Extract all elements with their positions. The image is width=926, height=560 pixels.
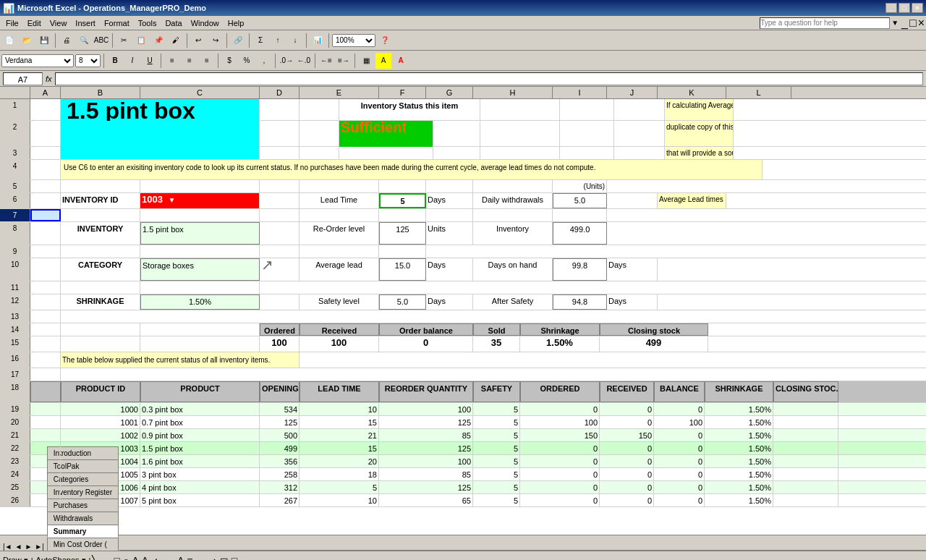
formula-input[interactable] [55, 72, 923, 85]
cell-a8[interactable] [30, 222, 61, 245]
cell-j2[interactable] [614, 121, 665, 146]
cell-reorder-21[interactable]: 85 [379, 429, 473, 441]
draw-label[interactable]: Draw ▾ [0, 556, 31, 560]
cell-ordered-header[interactable]: Ordered [260, 323, 300, 336]
col-header-h[interactable]: H [473, 87, 553, 98]
cell-lead-25[interactable]: 5 [300, 481, 379, 493]
cell-id-25[interactable]: 1006 [61, 481, 140, 493]
cell-k6[interactable]: Average Lead times are ca [658, 193, 726, 208]
cell-d5[interactable] [260, 180, 300, 192]
cell-a15[interactable] [30, 336, 61, 352]
cell-lead-23[interactable]: 20 [300, 455, 379, 467]
cell-avglead-days[interactable]: Days [426, 258, 473, 281]
cell-safety-26[interactable]: 5 [473, 494, 520, 506]
cell-a10[interactable] [30, 258, 61, 281]
cell-received-header[interactable]: Received [300, 323, 379, 336]
cell-shrinkage-bigtable-header[interactable]: SHRINKAGE [705, 381, 773, 402]
cell-c5[interactable] [140, 180, 260, 192]
tab-min-cost-order-([interactable]: Min Cost Order ( [47, 538, 119, 551]
cell-f3[interactable] [339, 147, 433, 159]
cell-i3[interactable] [560, 147, 614, 159]
col-header-e[interactable]: E [300, 87, 379, 98]
cell-a24[interactable] [30, 468, 61, 480]
cell-received-24[interactable]: 0 [600, 468, 654, 480]
cell-balance-23[interactable]: 0 [654, 455, 705, 467]
menu-edit[interactable]: Edit [23, 17, 46, 29]
cell-opening-24[interactable]: 258 [260, 468, 300, 480]
cell-lead-22[interactable]: 15 [300, 442, 379, 454]
cell-safety-days[interactable]: Days [426, 294, 473, 310]
cell-product-20[interactable]: 0.7 pint box [140, 416, 260, 428]
cell-a7-selected[interactable] [30, 209, 61, 221]
cell-inventory-field-value[interactable]: 499.0 [553, 222, 607, 245]
open-button[interactable]: 📂 [19, 33, 35, 48]
col-header-b[interactable]: B [61, 87, 140, 98]
font-color-button[interactable]: A [393, 53, 409, 69]
help-dropdown-icon[interactable]: ▼ [891, 19, 899, 27]
fill-color-draw[interactable]: ▲ [150, 555, 163, 561]
minimize-all-icon[interactable]: _ [901, 17, 908, 30]
cut-button[interactable]: ✂ [116, 33, 132, 48]
cell-b3[interactable] [61, 147, 260, 159]
cell-closing-23[interactable] [773, 455, 838, 467]
fontsize-select[interactable]: 8 [75, 54, 101, 67]
cell-j6[interactable] [607, 193, 658, 208]
cell-product-23[interactable]: 1.6 pint box [140, 455, 260, 467]
cell-sold-val[interactable]: 35 [473, 336, 520, 352]
cell-shrinkage-value[interactable]: 1.50% [140, 294, 260, 310]
cell-daysonhand-days[interactable]: Days [607, 258, 658, 281]
cell-received-23[interactable]: 0 [600, 455, 654, 467]
cell-shrinkage-19[interactable]: 1.50% [705, 403, 773, 415]
cell-d9[interactable] [260, 245, 300, 258]
cell-sold-header[interactable]: Sold [473, 323, 520, 336]
cell-e3[interactable] [300, 147, 339, 159]
cell-safety-label[interactable]: Safety level [300, 294, 379, 310]
cell-closing-26[interactable] [773, 494, 838, 506]
cell-k3[interactable]: that will provide a sound b [665, 147, 734, 159]
line-tool[interactable]: ╲ [90, 555, 99, 561]
cell-a19[interactable] [30, 403, 61, 415]
cell-opening-21[interactable]: 500 [260, 429, 300, 441]
cell-shrinkage-25[interactable]: 1.50% [705, 481, 773, 493]
cell-a16[interactable] [30, 352, 61, 368]
tab-next-button[interactable]: ► [23, 543, 33, 551]
cell-reorder-value[interactable]: 125 [379, 222, 426, 245]
col-header-i[interactable]: I [553, 87, 607, 98]
menu-window[interactable]: Window [187, 17, 224, 29]
dash-style-draw[interactable]: - - [194, 555, 206, 561]
cell-ordered-24[interactable]: 0 [520, 468, 600, 480]
cell-a12[interactable] [30, 294, 61, 310]
sort-desc-button[interactable]: ↓ [287, 33, 303, 48]
cell-balance-22[interactable]: 0 [654, 442, 705, 454]
cell-received-21[interactable]: 150 [600, 429, 654, 441]
zoom-select[interactable]: 100% [332, 34, 375, 47]
cell-balance-24[interactable]: 0 [654, 468, 705, 480]
redo-button[interactable]: ↪ [208, 33, 224, 48]
cell-balance-val[interactable]: 0 [379, 336, 473, 352]
cell-f5[interactable] [379, 180, 426, 192]
cell-reorderqty-header[interactable]: REORDER QUANTITY [379, 381, 473, 402]
cell-received-val[interactable]: 100 [300, 336, 379, 352]
cell-d3[interactable] [260, 147, 300, 159]
cell-shrinkage-24[interactable]: 1.50% [705, 468, 773, 480]
close-button[interactable]: × [912, 3, 923, 13]
save-button[interactable]: 💾 [36, 33, 52, 48]
cell-b5[interactable] [61, 180, 140, 192]
cell-opening-19[interactable]: 534 [260, 403, 300, 415]
cell-shrinkage-label[interactable]: SHRINKAGE [61, 294, 140, 310]
cell-closing-20[interactable] [773, 416, 838, 428]
cell-safety-22[interactable]: 5 [473, 442, 520, 454]
menu-file[interactable]: File [1, 17, 23, 29]
cell-inventory-id-label[interactable]: INVENTORY ID [61, 193, 140, 208]
cell-b2[interactable] [61, 121, 260, 147]
cell-safety-24[interactable]: 5 [473, 468, 520, 480]
cell-c15[interactable] [140, 336, 260, 352]
cell-i1[interactable] [560, 99, 614, 120]
cell-ordered-bigtable-header[interactable]: ORDERED [520, 381, 600, 402]
font-select[interactable]: Verdana [1, 54, 74, 67]
paste-button[interactable]: 📌 [150, 33, 166, 48]
bold-button[interactable]: B [107, 53, 123, 69]
oval-tool[interactable]: ○ [122, 555, 130, 561]
line-color-draw[interactable]: — [163, 555, 176, 561]
italic-button[interactable]: I [124, 53, 140, 69]
